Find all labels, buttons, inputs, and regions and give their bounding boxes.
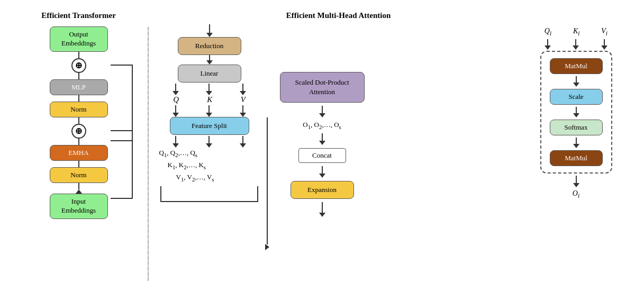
feature-split-box: Feature Split [170,117,249,135]
divider [148,27,149,281]
ah2 [206,60,213,65]
scale-arrow [573,107,579,117]
skip-vert-bot [132,130,133,199]
scaled-attn-box: Scaled Dot-ProductAttention [280,72,365,103]
plus-circle-bottom: ⊕ [71,124,86,139]
vline6 [78,161,79,167]
bracket-arrow-right [265,244,269,250]
exp-arrowhead [319,213,325,217]
v-shaft2 [242,105,243,113]
softmax-box: Softmax [550,120,603,135]
vi-arrow [601,39,607,50]
k-shaft [208,84,210,91]
arrow-up-indicator [76,189,82,194]
norm1-box: Norm [50,167,108,183]
three-down-arrows3 [159,136,260,148]
k-arrowhead2 [206,113,212,117]
norm2-box: Norm [50,102,108,117]
bl-right [257,186,258,202]
outputs-label: O1, O2,…, Os [303,121,341,130]
v-split-label: V1, V2,…, Vs [159,172,260,184]
qs-arrow [173,136,179,148]
v-shaft [242,84,243,91]
qi-arrowhead [545,45,551,50]
vs-shaft [242,136,243,143]
qs-arrowhead [173,143,179,148]
skip-bottom-top [111,140,133,141]
vline1 [78,52,79,58]
oi-group: Oi [573,176,579,199]
vertical-bracket [265,24,269,250]
vline4 [78,117,79,124]
s2 [209,55,210,60]
skip-right-top [111,65,133,66]
exp-shaft [322,202,323,213]
softmax-shaft [576,138,577,144]
vi-arrowhead [601,45,607,50]
exp-arrow [319,202,325,217]
vline7 [78,183,79,189]
concat-arrow [319,166,325,178]
three-down-arrows2 [159,105,260,117]
middle-title: Efficient Multi-Head Attention [286,11,391,20]
bl-left [160,186,161,202]
left-title: Efficient Transformer [41,11,116,20]
qkv-i-labels: Qi Ki Vi [534,27,619,37]
q-shaft [175,84,176,91]
qkvi-arrows [534,39,619,50]
left-section: Efficient Transformer OutputEmbeddings ⊕… [15,11,142,219]
plus-row2: ⊕ [47,124,111,139]
top-shaft [209,24,210,33]
matmul1-box: MatMul [550,58,603,74]
concat-shaft [322,166,323,174]
right-section: Qi Ki Vi MatMul [523,11,629,199]
vbracket-line [267,117,268,244]
ki-shaft [575,39,576,45]
k-arrow2 [206,105,212,117]
scale-arrowhead [573,113,579,117]
v-arrowhead [240,91,246,95]
k-arrow [206,84,212,95]
emha-box: EMHA [50,145,108,161]
top-arrow-head [206,33,213,37]
q-split-label: Q1, Q2,…, Qs [159,148,260,160]
ki-label: Ki [573,27,580,37]
ks-arrow [206,136,212,148]
mm1-arrow [573,76,579,87]
output-embeddings-box: OutputEmbeddings [50,26,108,52]
matmul2-box: MatMul [550,150,603,166]
vline2 [78,73,79,79]
mlp-box: MLP [50,79,108,95]
attn-arrow [319,106,325,117]
qkv-column: Reduction Linear [154,24,265,202]
oi-arrowhead [573,183,579,187]
scale-shaft [576,107,577,113]
q-arrowhead [173,91,179,95]
vline5 [78,139,79,145]
mm1-shaft [576,76,577,83]
skip-right-bot [111,130,133,131]
q-label: Q [173,95,179,104]
input-embeddings-box: InputEmbeddings [50,194,108,219]
ks-arrowhead [206,143,212,148]
q-arrowhead2 [173,113,179,117]
dashed-container: MatMul Scale Softmax MatMul [540,51,612,174]
k-split-label: K1, K2,…, Ks [159,160,260,172]
ki-arrowhead [573,45,579,50]
softmax-arrow [573,138,579,148]
qi-label: Qi [545,27,551,37]
q-arrow [173,84,179,95]
softmax-arrowhead [573,144,579,148]
bl-bottom [160,201,258,202]
main-container: Efficient Transformer OutputEmbeddings ⊕… [5,6,640,286]
q-arrow2 [173,105,179,117]
concat-arrowhead [319,174,325,178]
linear-box: Linear [178,65,241,83]
plus-row1: ⊕ [47,58,111,73]
vs-arrowhead [240,143,246,148]
qi-shaft [547,39,548,45]
k-label: K [207,95,212,104]
qkv-labels: Q K V [159,95,260,104]
k-shaft2 [208,105,210,113]
skip-bottom-bot [111,198,133,199]
